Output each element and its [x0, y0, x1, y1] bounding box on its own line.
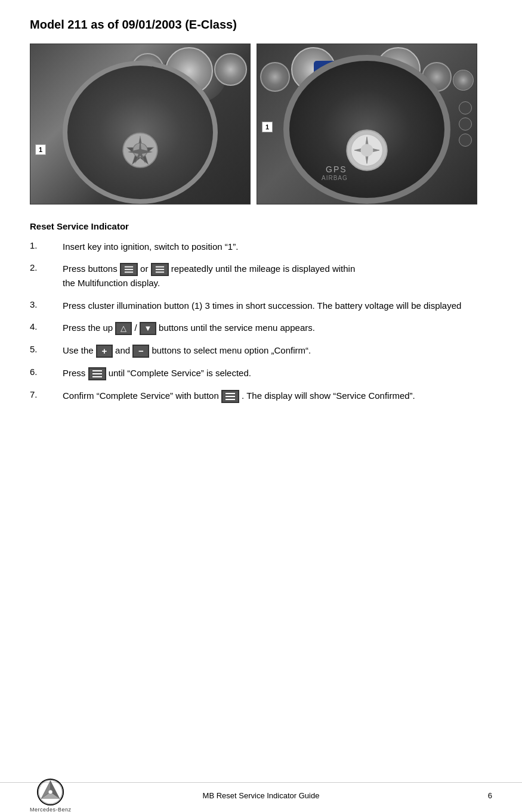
menu-lines-icon-2	[155, 265, 165, 274]
svg-rect-16	[226, 396, 235, 397]
airbag-text-label: AIRBAG	[322, 175, 348, 181]
menu-button-icon-2	[151, 263, 169, 276]
menu-lines-icon-3	[92, 370, 103, 378]
footer-logo: Mercedes-Benz	[30, 779, 72, 812]
page-footer: Mercedes-Benz MB Reset Service Indicator…	[0, 782, 522, 800]
mercedes-benz-logo-icon	[37, 779, 64, 805]
up-button-icon: △	[115, 322, 132, 335]
svg-rect-11	[155, 272, 163, 273]
minus-button-icon: −	[132, 345, 149, 358]
svg-rect-7	[125, 269, 133, 270]
svg-rect-6	[125, 266, 133, 268]
steps-list: 1. Insert key into ignition, switch to p…	[30, 240, 492, 403]
footer-center-text: MB Reset Service Indicator Guide	[203, 791, 320, 800]
step-7-num: 7.	[30, 389, 63, 399]
footer-logo-text: Mercedes-Benz	[30, 807, 72, 812]
step-2: 2. Press buttons or repeatedly until the…	[30, 262, 492, 290]
step-5-text: Use the + and − buttons to select menu o…	[63, 343, 492, 358]
menu-button-icon-3	[88, 367, 106, 380]
svg-rect-17	[226, 399, 235, 400]
step-1-text: Insert key into ignition, switch to posi…	[63, 240, 492, 253]
footer-page-number: 6	[488, 791, 492, 800]
step-6-text: Press until “Complete Service” is select…	[63, 366, 492, 380]
step-4: 4. Press the up △ / ▼ buttons until the …	[30, 321, 492, 335]
step-7: 7. Confirm “Complete Service” with butto…	[30, 389, 492, 403]
svg-rect-14	[92, 376, 102, 377]
step-5: 5. Use the + and − buttons to select men…	[30, 343, 492, 358]
step-3-text: Press cluster illumination button (1) 3 …	[63, 299, 492, 312]
step-4-text: Press the up △ / ▼ buttons until the ser…	[63, 321, 492, 335]
step-2-num: 2.	[30, 262, 63, 272]
step-5-num: 5.	[30, 343, 63, 354]
image-left: 1	[30, 44, 251, 204]
step-3: 3. Press cluster illumination button (1)…	[30, 299, 492, 312]
svg-point-5	[361, 144, 373, 157]
image-right: +18.5 °C GPS AIRBAG	[257, 44, 477, 204]
svg-point-20	[48, 790, 52, 794]
step-4-num: 4.	[30, 321, 63, 331]
svg-rect-8	[125, 272, 133, 273]
menu-button-icon-4	[221, 390, 239, 403]
image-left-label-badge: 1	[35, 144, 46, 155]
svg-rect-12	[92, 370, 102, 371]
svg-rect-9	[155, 266, 163, 268]
page-title: Model 211 as of 09/01/2003 (E-Class)	[30, 18, 492, 32]
down-button-icon: ▼	[140, 322, 156, 335]
gps-text-label: GPS	[326, 165, 347, 174]
step-6: 6. Press until “Complete Service” is sel…	[30, 366, 492, 380]
images-row: 1 +18.5 °C	[30, 44, 492, 204]
step-3-num: 3.	[30, 299, 63, 309]
menu-lines-icon-4	[225, 392, 236, 401]
step-2-text: Press buttons or repeatedly until the mi…	[63, 262, 492, 290]
mb-star-left-icon	[122, 132, 158, 168]
step-1: 1. Insert key into ignition, switch to p…	[30, 240, 492, 253]
page-container: Model 211 as of 09/01/2003 (E-Class)	[0, 0, 522, 459]
svg-rect-13	[92, 373, 102, 374]
menu-button-icon-1	[120, 263, 138, 276]
mb-star-right-icon	[346, 129, 388, 171]
step-7-text: Confirm “Complete Service” with button .…	[63, 389, 492, 403]
svg-rect-15	[226, 393, 235, 394]
section-title: Reset Service Indicator	[30, 221, 492, 231]
step-1-num: 1.	[30, 240, 63, 250]
plus-button-icon: +	[96, 345, 113, 358]
image-right-label-badge: 1	[262, 122, 273, 132]
menu-lines-icon	[124, 265, 134, 274]
svg-rect-10	[155, 269, 163, 270]
step-6-num: 6.	[30, 366, 63, 377]
